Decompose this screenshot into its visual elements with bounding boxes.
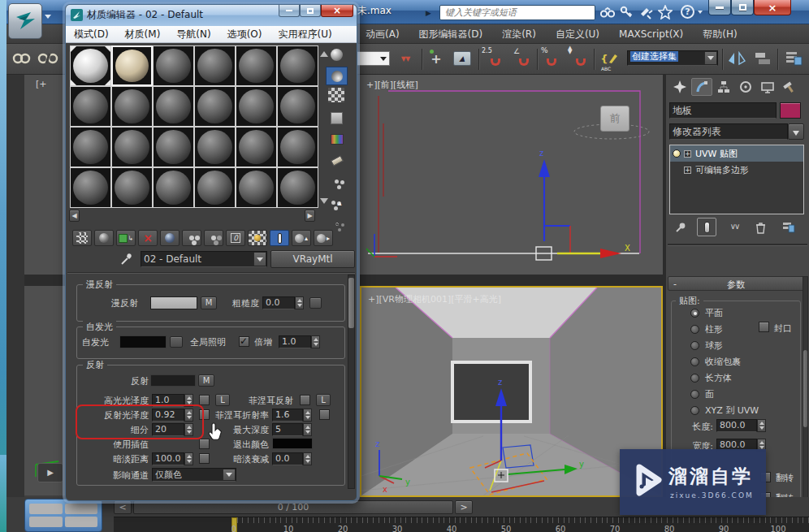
menu-item[interactable]: 模式(D) — [66, 25, 117, 44]
background-button[interactable] — [328, 88, 344, 102]
fresnel-checkbox[interactable] — [300, 395, 310, 405]
select-by-material-button[interactable]: ▴ — [326, 193, 348, 212]
snaps-toggle-icon[interactable]: 2.5 — [482, 47, 509, 70]
material-type-button[interactable]: VRayMtl — [270, 250, 355, 268]
menu-item[interactable]: 自定义(U) — [546, 24, 609, 45]
go-to-parent-button[interactable]: ▴ — [292, 230, 311, 246]
reflect-map-button[interactable]: M — [198, 374, 214, 387]
menu-item[interactable]: 渲染(R) — [492, 24, 546, 45]
viewport-splitter[interactable] — [360, 275, 663, 286]
ior-field[interactable]: 1.6 — [272, 409, 303, 422]
sample-slot[interactable] — [70, 86, 111, 127]
antenna-icon[interactable] — [639, 6, 653, 22]
sample-slot[interactable] — [236, 86, 277, 127]
viewport-layout-button[interactable] — [24, 499, 102, 532]
viewport-camera-label[interactable]: +][VR物理相机001][平滑+高光] — [368, 294, 501, 305]
menu-item[interactable]: 图形编辑器(D) — [409, 24, 493, 45]
make-unique-button-me[interactable] — [182, 230, 201, 246]
time-slider[interactable]: 0 / 100 — [133, 500, 453, 514]
material-name-dropdown[interactable]: 02 - Default — [141, 251, 267, 267]
put-to-scene-button[interactable] — [94, 230, 114, 246]
menu-item[interactable]: 选项(O) — [219, 25, 270, 44]
stack-item-label[interactable]: UVW 贴图 — [695, 148, 738, 160]
key-icon[interactable] — [620, 6, 633, 22]
select-and-link-icon[interactable] — [11, 50, 32, 69]
viewport-front-label[interactable]: +][前][线框] — [366, 80, 418, 90]
options-button[interactable] — [326, 172, 348, 191]
length-field[interactable]: 800.0 — [716, 419, 757, 432]
fresnel-l-button[interactable]: L — [316, 394, 331, 406]
mult-field[interactable]: 1.0 — [279, 335, 311, 348]
roughness-field[interactable]: 0.0 — [262, 296, 295, 309]
close-button[interactable]: × — [754, 0, 791, 15]
slots-scroll-right-button[interactable]: ▶ — [305, 210, 315, 222]
make-unique-button[interactable]: ∨∨ — [725, 219, 744, 236]
prev-frame-button[interactable]: < — [114, 500, 132, 514]
sample-slot[interactable] — [277, 45, 318, 86]
affect-dropdown[interactable]: 仅颜色 — [152, 468, 236, 482]
params-rollout-header[interactable]: - 参数 — [668, 276, 804, 291]
menu-item[interactable]: 动画(A) — [356, 24, 409, 45]
get-material-button[interactable] — [72, 230, 92, 246]
slots-scroll-left-button[interactable]: ◀ — [69, 210, 80, 222]
sample-slot[interactable] — [153, 127, 194, 167]
tab-modify[interactable] — [691, 78, 712, 96]
viewcube-front-face[interactable]: 前 — [610, 112, 621, 124]
dimdist-field[interactable]: 100.0 — [152, 452, 184, 465]
menu-item[interactable]: 导航(N) — [168, 25, 218, 44]
stack-item-label[interactable]: 可编辑多边形 — [695, 164, 749, 176]
manage-layers-icon[interactable] — [782, 47, 805, 70]
hglossy-lock-checkbox[interactable] — [199, 395, 210, 405]
sample-slot[interactable] — [194, 167, 236, 208]
viewport-camera[interactable]: z z x y y +][VR物理相机001][平滑+高光] — [360, 286, 663, 497]
pin-stack-button[interactable] — [671, 219, 690, 236]
sample-slot[interactable] — [70, 127, 111, 167]
configure-modifier-sets-button[interactable] — [778, 219, 799, 236]
sample-slot[interactable] — [236, 45, 277, 86]
viewcube[interactable]: 前 — [600, 106, 629, 132]
gi-checkbox[interactable] — [239, 336, 249, 347]
reflect-color-swatch[interactable] — [150, 374, 196, 387]
panel-scrollbar[interactable] — [803, 276, 808, 532]
next-frame-button[interactable]: > — [455, 500, 473, 514]
menu-item[interactable]: 实用程序(U) — [270, 25, 340, 44]
maximize-button[interactable] — [731, 0, 754, 15]
mirror-icon[interactable] — [725, 47, 748, 70]
expand-icon[interactable]: + — [684, 167, 691, 174]
tab-motion[interactable] — [735, 78, 756, 96]
me-close-button[interactable]: × — [321, 5, 353, 17]
sample-slot[interactable] — [277, 167, 318, 208]
show-end-result-button[interactable] — [697, 218, 716, 236]
assign-to-selection-button[interactable]: ↳ — [116, 230, 136, 246]
unlink-selection-icon[interactable] — [37, 50, 58, 69]
minimize-button[interactable] — [708, 0, 731, 15]
modifier-list-arrow[interactable] — [788, 123, 804, 140]
sample-slot[interactable] — [236, 127, 277, 167]
tab-utilities[interactable] — [779, 78, 800, 96]
sample-slot[interactable] — [153, 167, 194, 208]
sample-slot[interactable] — [153, 45, 194, 86]
track-bar-ruler[interactable]: 0102030405060708090100 — [114, 517, 809, 532]
remove-modifier-button[interactable] — [751, 219, 770, 236]
me-scrollbar[interactable] — [348, 275, 355, 489]
dimfall-field[interactable]: 0.0 — [272, 452, 303, 465]
modifier-list-dropdown[interactable]: 修改器列表 — [669, 123, 788, 140]
show-end-result-button-me[interactable] — [270, 230, 289, 246]
material-id-channel-button[interactable]: 0 — [226, 230, 245, 246]
length-spinner[interactable] — [757, 419, 766, 432]
reset-map-button[interactable]: × — [138, 230, 158, 246]
mapping-option[interactable]: 面 — [690, 388, 796, 404]
star-icon[interactable] — [658, 5, 673, 22]
maxdepth-field[interactable]: 5 — [272, 423, 303, 436]
tab-create[interactable] — [669, 78, 690, 96]
mapping-option[interactable]: 长方体 — [690, 372, 796, 387]
selection-filter-dropdown[interactable] — [355, 51, 390, 66]
sample-slot[interactable] — [277, 127, 318, 167]
sample-slot[interactable] — [194, 127, 236, 167]
title-expand-icon[interactable]: ▶ — [426, 7, 435, 19]
viewport-splitter-left[interactable] — [24, 275, 65, 286]
mapping-option[interactable]: 收缩包裹 — [690, 356, 796, 371]
make-preview-button[interactable] — [326, 151, 348, 170]
percent-snap-icon[interactable]: % — [540, 47, 563, 70]
stack-row-editpoly[interactable]: + 可编辑多边形 — [670, 162, 803, 178]
